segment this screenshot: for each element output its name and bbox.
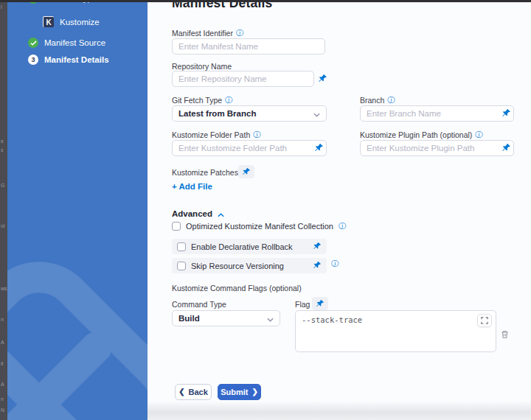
pin-icon[interactable]	[313, 240, 322, 253]
optimized-collection-row: Optimized Kustomize Manifest Collection …	[172, 222, 346, 231]
kustomize-plugin-path-label: Kustomize Plugin Path (optional) ⓘ	[360, 130, 482, 139]
flag-value-input[interactable]: --stack-trace	[295, 310, 496, 352]
trash-icon[interactable]	[501, 329, 509, 342]
command-flags-section-label: Kustomize Command Flags (optional)	[172, 284, 302, 293]
declarative-rollback-row: Enable Declarative Rollback	[172, 239, 327, 254]
pin-icon[interactable]	[502, 108, 511, 118]
background-text-fragment: l	[1, 4, 2, 10]
step-number-badge: 3	[28, 55, 38, 65]
background-text-fragment: s	[1, 147, 4, 153]
repository-name-label: Repository Name	[172, 62, 232, 71]
expand-icon[interactable]	[477, 314, 492, 327]
git-fetch-type-label: Git Fetch Type ⓘ	[172, 96, 232, 105]
background-text-fragment: ol	[1, 223, 4, 228]
pin-icon[interactable]	[318, 74, 327, 83]
window-top-edge	[0, 0, 531, 2]
background-text-fragment: A	[1, 382, 4, 387]
info-icon[interactable]: ⓘ	[475, 131, 482, 139]
chevron-down-icon	[313, 107, 320, 120]
background-text-fragment: n	[1, 317, 4, 322]
check-icon	[28, 38, 38, 48]
pin-icon[interactable]	[314, 143, 324, 153]
info-icon[interactable]: ⓘ	[236, 29, 243, 37]
add-file-button[interactable]: + Add File	[172, 182, 212, 191]
chevron-right-icon: ❯	[251, 388, 257, 396]
chevron-left-icon: ❮	[178, 388, 184, 396]
info-icon[interactable]: ⓘ	[387, 97, 395, 104]
chevron-up-icon	[218, 207, 224, 220]
manifest-identifier-label: Manifest Identifier ⓘ	[172, 29, 243, 38]
branch-label: Branch ⓘ	[360, 96, 395, 105]
skip-versioning-row: Skip Resource Versioning	[172, 258, 327, 273]
step-kustomize[interactable]: K Kustomize	[43, 16, 100, 27]
declarative-rollback-checkbox[interactable]	[177, 242, 186, 251]
wizard-sidebar: Manifest Type K Kustomize Manifest Sourc…	[7, 0, 148, 420]
background-page-edge: lesGolwsnAitAnN	[0, 0, 7, 420]
panel-bottom-shadow	[148, 401, 531, 420]
branch-input[interactable]	[360, 105, 514, 122]
kustomize-icon: K	[43, 16, 54, 27]
kustomize-folder-path-input[interactable]	[172, 140, 327, 156]
flag-label: Flag	[295, 300, 310, 309]
info-icon[interactable]: ⓘ	[253, 131, 260, 139]
kustomize-plugin-path-input[interactable]	[360, 140, 514, 156]
background-text-fragment: e	[1, 139, 4, 144]
submit-button[interactable]: Submit ❯	[218, 384, 261, 400]
optimized-collection-checkbox[interactable]	[172, 222, 181, 231]
kustomize-patches-label: Kustomize Patches ⓘ	[172, 168, 249, 177]
info-icon[interactable]: ⓘ	[225, 97, 232, 104]
repository-name-input[interactable]	[172, 71, 314, 87]
git-fetch-type-select[interactable]: Latest from Branch	[172, 105, 327, 122]
harness-logo-watermark	[7, 237, 148, 420]
step-manifest-source[interactable]: Manifest Source	[28, 38, 105, 48]
background-text-fragment: G	[1, 183, 4, 188]
pin-chip-button[interactable]	[312, 297, 328, 310]
skip-versioning-checkbox[interactable]	[177, 262, 186, 270]
background-text-fragment: ws	[1, 286, 7, 291]
info-icon[interactable]: ⓘ	[339, 223, 346, 230]
pin-icon[interactable]	[502, 143, 511, 153]
background-text-fragment: N	[1, 407, 4, 413]
command-type-select[interactable]: Build	[172, 310, 280, 326]
kustomize-folder-path-label: Kustomize Folder Path ⓘ	[172, 130, 260, 139]
step-manifest-details[interactable]: 3 Manifest Details	[28, 55, 109, 65]
manifest-details-wizard: Manifest Details Manifest Identifier ⓘ R…	[0, 0, 531, 420]
back-button[interactable]: ❮ Back	[175, 384, 212, 400]
info-icon[interactable]: ⓘ	[331, 260, 339, 267]
manifest-identifier-input[interactable]	[172, 38, 325, 55]
background-text-fragment: it	[1, 361, 4, 366]
pin-chip-button[interactable]	[238, 165, 254, 178]
background-text-fragment: n	[1, 396, 4, 402]
chevron-down-icon	[267, 312, 274, 325]
advanced-toggle[interactable]: Advanced	[172, 207, 224, 220]
pin-icon[interactable]	[313, 259, 322, 273]
manifest-details-panel: Manifest Details Manifest Identifier ⓘ R…	[148, 0, 531, 420]
command-type-label: Command Type	[172, 300, 226, 309]
background-text-fragment: A	[1, 340, 4, 345]
